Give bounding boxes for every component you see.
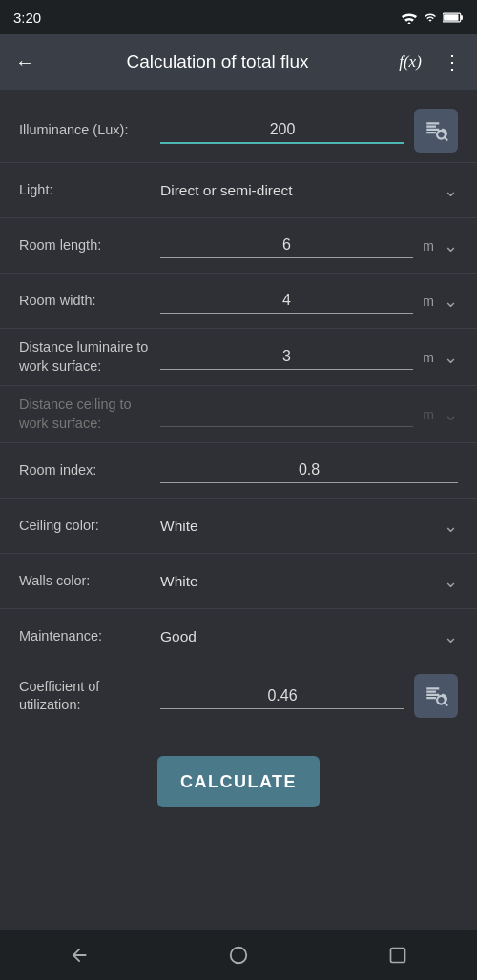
room-width-row: Room width: m ⌄: [0, 274, 477, 329]
more-button[interactable]: ⋮: [439, 51, 466, 73]
room-length-label: Room length:: [19, 236, 160, 255]
back-nav-button[interactable]: [51, 945, 108, 966]
ceiling-color-row: Ceiling color: White ⌄: [0, 499, 477, 554]
room-length-chevron[interactable]: ⌄: [444, 235, 458, 256]
distance-luminaire-label: Distance luminaire to work surface:: [19, 338, 160, 376]
distance-ceiling-label: Distance ceiling to work surface:: [19, 396, 160, 433]
coefficient-label: Coefficient of utilization:: [19, 678, 160, 715]
distance-luminaire-input[interactable]: [160, 344, 413, 370]
illuminance-lookup-button[interactable]: [414, 109, 458, 153]
list-search-icon: [424, 118, 448, 143]
status-time: 3:20: [13, 10, 41, 26]
battery-icon: [443, 11, 464, 24]
coefficient-input[interactable]: [160, 684, 404, 709]
formula-button[interactable]: f(x): [397, 52, 424, 71]
distance-ceiling-input: [160, 401, 413, 427]
home-nav-button[interactable]: [210, 945, 267, 966]
illuminance-input-area: [160, 117, 404, 144]
ceiling-color-value: White: [160, 518, 198, 535]
status-bar: 3:20: [0, 0, 477, 34]
ceiling-color-input-area: White: [160, 518, 436, 535]
walls-color-value: White: [160, 573, 198, 590]
maintenance-label: Maintenance:: [19, 627, 160, 646]
recents-nav-button[interactable]: [369, 946, 426, 965]
room-length-row: Room length: m ⌄: [0, 218, 477, 274]
walls-color-chevron[interactable]: ⌄: [444, 571, 458, 592]
distance-ceiling-chevron: ⌄: [444, 404, 458, 425]
light-row: Light: Direct or semi-direct ⌄: [0, 163, 477, 218]
calculate-button[interactable]: CALCULATE: [157, 756, 320, 807]
nav-bar: [0, 930, 477, 980]
ceiling-color-chevron[interactable]: ⌄: [444, 516, 458, 537]
room-width-label: Room width:: [19, 292, 160, 311]
walls-color-row: Walls color: White ⌄: [0, 554, 477, 609]
room-width-chevron[interactable]: ⌄: [444, 291, 458, 312]
room-width-unit: m: [421, 294, 436, 309]
light-input-area: Direct or semi-direct: [160, 182, 436, 199]
svg-rect-1: [461, 15, 463, 19]
coefficient-lookup-button[interactable]: [414, 674, 458, 718]
light-label: Light:: [19, 181, 160, 200]
distance-luminaire-row: Distance luminaire to work surface: m ⌄: [0, 329, 477, 386]
recents-nav-icon: [388, 946, 407, 965]
maintenance-value: Good: [160, 628, 197, 645]
room-length-input-area: [160, 233, 413, 258]
status-icons: [401, 11, 464, 24]
illuminance-input[interactable]: [160, 117, 404, 144]
back-button[interactable]: ←: [11, 51, 38, 73]
room-index-label: Room index:: [19, 461, 160, 480]
light-chevron[interactable]: ⌄: [444, 180, 458, 201]
walls-color-label: Walls color:: [19, 572, 160, 591]
walls-color-input-area: White: [160, 573, 436, 590]
calculate-section: CALCULATE: [0, 727, 477, 827]
illuminance-label: Illuminance (Lux):: [19, 121, 160, 140]
room-index-input[interactable]: [160, 458, 458, 483]
distance-luminaire-chevron[interactable]: ⌄: [444, 347, 458, 368]
room-index-row: Room index:: [0, 443, 477, 499]
ceiling-color-label: Ceiling color:: [19, 517, 160, 536]
coefficient-row: Coefficient of utilization:: [0, 664, 477, 727]
svg-point-3: [231, 948, 247, 964]
svg-rect-4: [390, 949, 404, 963]
distance-ceiling-row: Distance ceiling to work surface: m ⌄: [0, 386, 477, 443]
illuminance-row: Illuminance (Lux):: [0, 99, 477, 163]
app-bar-title: Calculation of total flux: [53, 51, 382, 72]
list-search-icon-2: [424, 684, 448, 708]
room-width-input-area: [160, 288, 413, 314]
signal-icon: [424, 11, 437, 24]
light-value: Direct or semi-direct: [160, 182, 293, 199]
distance-luminaire-unit: m: [421, 350, 436, 365]
coefficient-input-area: [160, 684, 404, 709]
form-content: Illuminance (Lux): Light: Direct or semi…: [0, 90, 477, 930]
room-length-input[interactable]: [160, 233, 413, 258]
maintenance-input-area: Good: [160, 628, 436, 645]
back-nav-icon: [69, 945, 90, 966]
wifi-icon: [401, 11, 418, 24]
app-bar: ← Calculation of total flux f(x) ⋮: [0, 34, 477, 90]
maintenance-chevron[interactable]: ⌄: [444, 626, 458, 647]
distance-ceiling-input-area: [160, 401, 413, 427]
room-width-input[interactable]: [160, 288, 413, 314]
room-length-unit: m: [421, 238, 436, 254]
room-index-input-area: [160, 458, 458, 483]
home-nav-icon: [228, 945, 249, 966]
distance-ceiling-unit: m: [421, 407, 436, 422]
distance-luminaire-input-area: [160, 344, 413, 370]
maintenance-row: Maintenance: Good ⌄: [0, 609, 477, 664]
svg-rect-2: [444, 14, 458, 21]
